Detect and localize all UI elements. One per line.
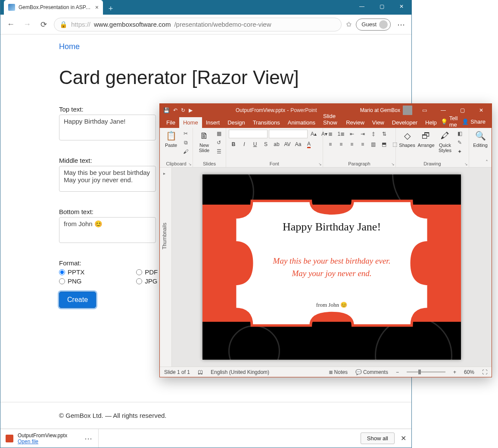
zoom-slider[interactable] (407, 371, 445, 373)
collapse-ribbon-button[interactable]: ˄ (486, 159, 488, 165)
bottom-text-input[interactable] (59, 217, 156, 243)
format-pdf-radio[interactable] (136, 269, 142, 275)
decrease-indent-button[interactable]: ⇤ (347, 130, 357, 138)
spellcheck-icon[interactable]: 🕮 (198, 369, 203, 375)
browser-menu-button[interactable]: ⋯ (395, 20, 407, 29)
format-pptx-radio[interactable] (59, 269, 65, 275)
tab-slide-show[interactable]: Slide Show (319, 111, 342, 128)
browser-tab[interactable]: GemBox.Presentation in ASP.NET × (4, 0, 103, 15)
create-button[interactable]: Create (59, 292, 96, 308)
favorite-button[interactable]: ✩ (346, 20, 352, 28)
italic-button[interactable]: I (240, 140, 249, 149)
close-icon[interactable]: × (95, 4, 99, 11)
font-color-button[interactable]: A (304, 140, 314, 149)
format-jpg-radio[interactable] (136, 278, 142, 284)
reset-button[interactable]: ↺ (215, 139, 223, 146)
strikethrough-button[interactable]: ab (272, 140, 281, 149)
align-left-button[interactable]: ≡ (326, 140, 335, 149)
home-link[interactable]: Home (59, 42, 80, 51)
quick-styles-button[interactable]: 🖍Quick Styles (436, 130, 454, 153)
cut-button[interactable]: ✂ (181, 130, 190, 137)
tab-design[interactable]: Design (224, 117, 249, 128)
layout-button[interactable]: ▦ (215, 130, 223, 137)
slide-count[interactable]: Slide 1 of 1 (164, 369, 190, 375)
ribbon-display-options-button[interactable]: ▭ (415, 104, 434, 117)
format-png-radio[interactable] (59, 278, 65, 284)
new-slide-button[interactable]: 🗎New Slide (196, 130, 213, 153)
bold-button[interactable]: B (229, 140, 238, 149)
comments-button[interactable]: 💬 Comments (355, 369, 388, 375)
dialog-launcher-icon[interactable]: ↘ (318, 162, 322, 166)
tab-insert[interactable]: Insert (202, 117, 224, 128)
tab-developer[interactable]: Developer (388, 117, 421, 128)
dialog-launcher-icon[interactable]: ↘ (464, 162, 468, 166)
shadow-button[interactable]: S (261, 140, 271, 149)
tab-animations[interactable]: Animations (284, 117, 319, 128)
forward-button[interactable]: → (21, 19, 33, 31)
fit-slide-button[interactable]: ⛶ (482, 369, 487, 375)
tab-transitions[interactable]: Transitions (249, 117, 284, 128)
editing-button[interactable]: 🔍Editing (472, 130, 489, 148)
language-status[interactable]: English (United Kingdom) (211, 369, 269, 375)
numbering-button[interactable]: 1≣ (336, 130, 346, 138)
undo-icon[interactable]: ↶ (173, 107, 177, 113)
increase-font-button[interactable]: A▴ (309, 130, 318, 138)
format-painter-button[interactable]: 🖌 (181, 148, 190, 156)
tab-help[interactable]: Help (421, 117, 441, 128)
change-case-button[interactable]: Aa (293, 140, 303, 149)
dialog-launcher-icon[interactable]: ↘ (188, 162, 192, 166)
middle-text-input[interactable] (59, 166, 156, 192)
chevron-right-icon[interactable]: ▸ (163, 171, 165, 176)
underline-button[interactable]: U (250, 140, 260, 149)
thumbnails-pane[interactable]: ▸ Thumbnails (160, 168, 172, 367)
copy-button[interactable]: ⧉ (181, 139, 190, 146)
section-button[interactable]: ☰ (215, 148, 223, 156)
format-jpg-option[interactable]: JPG (136, 277, 158, 285)
text-direction-button[interactable]: ⇅ (380, 130, 389, 138)
align-center-button[interactable]: ≡ (336, 140, 346, 149)
maximize-button[interactable]: ▢ (372, 0, 392, 13)
char-spacing-button[interactable]: AV (283, 140, 292, 149)
open-file-link[interactable]: Open file (18, 439, 67, 445)
save-icon[interactable]: 💾 (163, 107, 170, 113)
refresh-button[interactable]: ⟳ (37, 19, 50, 31)
profile-button[interactable]: Guest (356, 19, 391, 31)
dialog-launcher-icon[interactable]: ↘ (391, 162, 395, 166)
paste-button[interactable]: 📋Paste (162, 130, 180, 148)
font-size-dropdown[interactable] (269, 130, 308, 138)
new-tab-button[interactable]: + (105, 3, 117, 15)
shape-effects-button[interactable]: ✦ (455, 148, 464, 156)
close-icon[interactable]: ✕ (401, 434, 406, 442)
show-all-button[interactable]: Show all (361, 432, 395, 444)
arrange-button[interactable]: 🗗Arrange (417, 130, 435, 148)
justify-button[interactable]: ≡ (358, 140, 367, 149)
back-button[interactable]: ← (5, 19, 17, 31)
tab-file[interactable]: File (162, 117, 179, 128)
top-text-input[interactable] (59, 115, 156, 140)
line-spacing-button[interactable]: ‡ (369, 130, 378, 138)
start-from-beginning-icon[interactable]: ▶ (189, 107, 193, 113)
font-name-dropdown[interactable] (229, 130, 268, 138)
shapes-button[interactable]: ◇Shapes (398, 130, 416, 148)
download-item[interactable]: OutputFromView.pptx Open file ⋯ (6, 429, 99, 448)
format-png-option[interactable]: PNG (59, 277, 84, 285)
align-right-button[interactable]: ≡ (347, 140, 357, 149)
format-pptx-option[interactable]: PPTX (59, 268, 84, 276)
increase-indent-button[interactable]: ⇥ (358, 130, 367, 138)
tab-view[interactable]: View (368, 117, 388, 128)
close-button[interactable]: ✕ (392, 0, 411, 13)
zoom-level[interactable]: 60% (464, 369, 474, 375)
zoom-in-button[interactable]: + (453, 369, 456, 375)
redo-icon[interactable]: ↻ (181, 107, 185, 113)
minimize-button[interactable]: — (352, 0, 372, 13)
zoom-out-button[interactable]: − (396, 369, 399, 375)
pp-user[interactable]: Mario at GemBox (360, 106, 412, 115)
columns-button[interactable]: ▥ (369, 140, 378, 149)
download-menu-button[interactable]: ⋯ (84, 434, 92, 443)
bullets-button[interactable]: ≣ (326, 130, 335, 138)
tab-review[interactable]: Review (342, 117, 368, 128)
format-pdf-option[interactable]: PDF (136, 268, 158, 276)
tell-me-button[interactable]: 💡 Tell me (441, 115, 458, 128)
shape-outline-button[interactable]: ✎ (455, 139, 464, 146)
url-input[interactable]: 🔒 https://www.gemboxsoftware.com/present… (54, 18, 342, 31)
